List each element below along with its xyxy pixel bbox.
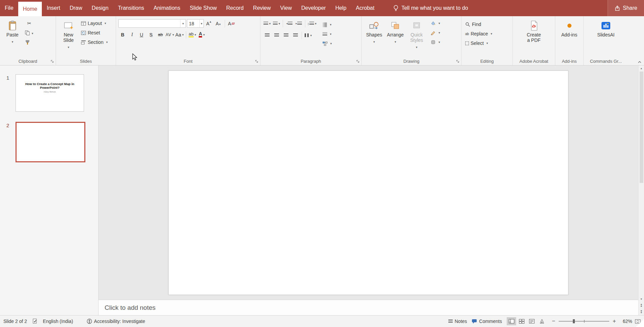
tab-file[interactable]: File (0, 0, 18, 16)
tab-view[interactable]: View (276, 0, 297, 16)
bold-button[interactable]: B (118, 30, 127, 39)
clear-formatting-button[interactable]: A (227, 19, 235, 28)
notes-button[interactable]: Notes (448, 319, 467, 324)
slide-2-thumbnail[interactable] (16, 122, 85, 162)
tab-acrobat[interactable]: Acrobat (351, 0, 379, 16)
cut-button[interactable]: ✂ (24, 19, 35, 28)
slide-show-button[interactable] (537, 317, 547, 325)
proofing-status-button[interactable] (32, 319, 37, 324)
shapes-dropdown[interactable] (373, 38, 375, 44)
font-size-combo[interactable]: ▾ (187, 19, 204, 28)
notes-pane[interactable]: Click to add notes (99, 300, 638, 315)
tab-insert[interactable]: Insert (42, 0, 65, 16)
strikethrough-button[interactable]: ab (156, 30, 165, 39)
increase-indent-button[interactable]: ▸ (295, 19, 303, 28)
tab-home[interactable]: Home (18, 2, 42, 16)
slide-canvas[interactable] (168, 71, 568, 295)
change-case-button[interactable]: Aa (175, 30, 184, 39)
clipboard-dialog-launcher[interactable] (50, 59, 55, 64)
zoom-level[interactable]: 62% (619, 319, 632, 324)
grow-font-button[interactable]: A▲ (205, 19, 213, 28)
convert-to-smartart-button[interactable] (321, 39, 333, 48)
font-name-combo[interactable]: ▾ (118, 19, 186, 28)
tab-transitions[interactable]: Transitions (113, 0, 149, 16)
slide-indicator[interactable]: Slide 2 of 2 (3, 319, 27, 324)
drawing-dialog-launcher[interactable] (455, 59, 460, 64)
section-button[interactable]: Section (80, 38, 109, 47)
next-slide-button[interactable]: ▾▾ (639, 308, 644, 315)
find-button[interactable]: Find (464, 20, 494, 29)
scrollbar-thumb[interactable] (640, 72, 643, 183)
shape-outline-button[interactable] (429, 28, 442, 37)
font-size-input[interactable] (187, 20, 199, 27)
tab-slide-show[interactable]: Slide Show (185, 0, 221, 16)
accessibility-button[interactable]: Accessibility: Investigate (87, 319, 145, 324)
shrink-font-button[interactable]: A▼ (214, 19, 223, 28)
tab-developer[interactable]: Developer (297, 0, 331, 16)
reading-view-button[interactable] (527, 317, 536, 325)
zoom-out-button[interactable]: − (551, 318, 556, 325)
character-spacing-button[interactable]: AV (166, 30, 174, 39)
highlight-color-button[interactable]: ab (188, 30, 197, 39)
copy-dropdown[interactable] (32, 30, 33, 35)
zoom-slider[interactable] (559, 321, 609, 322)
copy-button[interactable] (24, 28, 35, 37)
paste-button[interactable]: Paste (2, 18, 23, 56)
arrange-dropdown[interactable] (395, 38, 396, 44)
underline-button[interactable]: U (137, 30, 146, 39)
tab-draw[interactable]: Draw (65, 0, 87, 16)
format-painter-button[interactable] (24, 38, 35, 47)
font-name-dropdown[interactable]: ▾ (180, 20, 186, 27)
tab-help[interactable]: Help (331, 0, 351, 16)
bullets-button[interactable] (263, 19, 271, 28)
comments-button[interactable]: Comments (472, 319, 502, 324)
justify-button[interactable] (291, 31, 300, 39)
tab-animations[interactable]: Animations (149, 0, 185, 16)
vertical-scrollbar[interactable]: ▴ ▾ ▴▴ ▾▾ (638, 65, 644, 315)
reset-button[interactable]: Reset (80, 28, 109, 37)
layout-button[interactable]: Layout (80, 19, 109, 28)
slidesai-button[interactable]: SlidesAI (592, 18, 619, 56)
tell-me-box[interactable]: Tell me what you want to do (393, 0, 468, 16)
numbering-button[interactable] (272, 19, 281, 28)
scroll-down-arrow[interactable]: ▾ (639, 296, 644, 302)
new-slide-button[interactable]: New Slide (58, 18, 79, 56)
previous-slide-button[interactable]: ▴▴ (639, 302, 644, 308)
italic-button[interactable]: I (128, 30, 136, 39)
align-text-button[interactable] (321, 30, 333, 38)
zoom-slider-thumb[interactable] (573, 319, 575, 323)
shape-effects-button[interactable] (429, 38, 442, 47)
text-shadow-button[interactable]: S (147, 30, 155, 39)
new-slide-dropdown[interactable] (68, 44, 69, 49)
font-color-button[interactable]: A (198, 30, 206, 39)
select-button[interactable]: Select (464, 39, 494, 48)
create-pdf-button[interactable]: Create a PDF (522, 18, 546, 56)
font-dialog-launcher[interactable] (254, 59, 259, 64)
addins-button[interactable]: Add-ins (559, 18, 580, 56)
line-spacing-button[interactable]: ↕ (307, 19, 316, 28)
align-left-button[interactable] (263, 31, 271, 39)
collapse-ribbon-button[interactable] (638, 61, 642, 63)
quick-styles-dropdown[interactable] (416, 44, 418, 49)
paste-dropdown[interactable] (12, 38, 13, 44)
replace-button[interactable]: ab Replace (464, 29, 494, 38)
text-direction-button[interactable] (321, 20, 333, 29)
tab-record[interactable]: Record (222, 0, 249, 16)
share-button[interactable]: Share (608, 0, 644, 16)
slide-sorter-view-button[interactable] (517, 317, 526, 325)
font-size-dropdown[interactable]: ▾ (199, 20, 203, 27)
columns-button[interactable] (304, 31, 312, 39)
shape-fill-button[interactable] (429, 19, 442, 28)
normal-view-button[interactable] (507, 317, 516, 325)
align-right-button[interactable] (282, 31, 290, 39)
align-center-button[interactable] (272, 31, 281, 39)
decrease-indent-button[interactable]: ◂ (285, 19, 293, 28)
tab-review[interactable]: Review (248, 0, 275, 16)
slide-1-thumbnail[interactable]: How to Create a Concept Map in PowerPoin… (16, 74, 84, 112)
quick-styles-button[interactable]: Quick Styles (407, 18, 427, 56)
shapes-button[interactable]: Shapes (364, 18, 384, 56)
language-button[interactable]: English (India) (43, 319, 73, 324)
scroll-up-arrow[interactable]: ▴ (639, 65, 644, 71)
paragraph-dialog-launcher[interactable] (356, 59, 360, 64)
zoom-in-button[interactable]: + (612, 318, 617, 325)
